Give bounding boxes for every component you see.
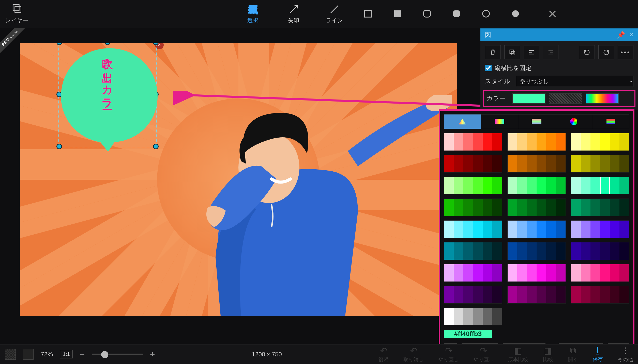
color-swatch[interactable]: [610, 177, 619, 194]
color-swatch[interactable]: [600, 242, 610, 260]
color-swatch[interactable]: [444, 199, 454, 216]
tool-arrow[interactable]: 矢印: [282, 3, 305, 24]
color-swatch[interactable]: [444, 264, 454, 282]
shape-circle-fill[interactable]: [508, 7, 523, 21]
color-swatch[interactable]: [546, 221, 556, 238]
panel-titlebar[interactable]: 図 📌 ×: [480, 28, 638, 41]
color-swatch[interactable]: [483, 308, 492, 325]
bottom-compare[interactable]: ◨比較: [543, 345, 553, 363]
color-swatch[interactable]: [610, 221, 619, 238]
color-swatch[interactable]: [527, 133, 537, 151]
color-swatch[interactable]: [537, 242, 546, 260]
action-more[interactable]: •••: [618, 45, 633, 59]
color-swatch[interactable]: [581, 155, 590, 172]
shape-roundrect-outline[interactable]: [420, 7, 434, 21]
color-swatch[interactable]: [444, 242, 454, 260]
color-swatch[interactable]: [473, 264, 483, 282]
color-swatch[interactable]: [610, 155, 619, 172]
color-swatch[interactable]: [517, 221, 527, 238]
color-swatch[interactable]: [571, 242, 581, 260]
color-swatch[interactable]: [571, 155, 581, 172]
color-swatch[interactable]: [546, 199, 556, 216]
color-swatch[interactable]: [581, 242, 590, 260]
color-swatch[interactable]: [492, 221, 502, 238]
color-swatch[interactable]: [473, 242, 483, 260]
color-swatch[interactable]: [454, 242, 463, 260]
color-swatch[interactable]: [473, 133, 483, 151]
bottom-more[interactable]: ⋮その他: [618, 345, 633, 363]
color-swatch[interactable]: [492, 199, 502, 216]
zoom-slider[interactable]: [92, 354, 143, 355]
color-swatch[interactable]: [600, 264, 610, 282]
color-swatch[interactable]: [463, 286, 473, 303]
color-swatch[interactable]: [454, 286, 463, 303]
color-swatch[interactable]: [473, 221, 483, 238]
color-swatch[interactable]: [473, 177, 483, 194]
color-swatch[interactable]: [508, 264, 517, 282]
color-swatch[interactable]: [537, 155, 546, 172]
color-swatch[interactable]: [527, 177, 537, 194]
color-swatch[interactable]: [508, 242, 517, 260]
color-swatch[interactable]: [517, 264, 527, 282]
color-swatch[interactable]: [527, 286, 537, 303]
shape-circle-outline[interactable]: [479, 7, 493, 21]
color-swatch[interactable]: [546, 264, 556, 282]
color-swatch[interactable]: [610, 286, 619, 303]
color-swatch-picker[interactable]: [586, 93, 619, 104]
lock-aspect-checkbox[interactable]: [485, 65, 492, 71]
color-swatch[interactable]: [590, 199, 600, 216]
shape-roundrect-fill[interactable]: [449, 7, 464, 21]
panel-close-icon[interactable]: ×: [630, 31, 633, 39]
color-swatch[interactable]: [600, 221, 610, 238]
color-swatch[interactable]: [537, 286, 546, 303]
color-swatch[interactable]: [444, 286, 454, 303]
color-swatch[interactable]: [444, 177, 454, 194]
color-swatch[interactable]: [463, 221, 473, 238]
color-swatch[interactable]: [492, 264, 502, 282]
color-swatch[interactable]: [581, 221, 590, 238]
color-swatch[interactable]: [546, 286, 556, 303]
color-swatch[interactable]: [473, 286, 483, 303]
color-swatch[interactable]: [527, 221, 537, 238]
color-swatch-none[interactable]: [549, 93, 582, 104]
color-swatch[interactable]: [590, 242, 600, 260]
color-swatch[interactable]: [473, 308, 483, 325]
layers-button[interactable]: レイヤー: [5, 3, 28, 24]
color-swatch[interactable]: [581, 177, 590, 194]
color-swatch[interactable]: [454, 177, 463, 194]
picker-tab-gradient2[interactable]: [518, 114, 555, 129]
color-swatch[interactable]: [444, 221, 454, 238]
action-delete[interactable]: [485, 45, 501, 59]
bottom-redo[interactable]: ↷やり直し: [438, 345, 459, 363]
color-swatch[interactable]: [517, 199, 527, 216]
color-swatch[interactable]: [483, 221, 492, 238]
color-swatch[interactable]: [444, 133, 454, 151]
color-swatch[interactable]: [508, 133, 517, 151]
color-swatch[interactable]: [483, 199, 492, 216]
color-swatch[interactable]: [463, 308, 473, 325]
color-swatch[interactable]: [463, 264, 473, 282]
color-swatch[interactable]: [454, 155, 463, 172]
picker-tab-gradient1[interactable]: [481, 114, 518, 129]
color-swatch[interactable]: [546, 155, 556, 172]
color-swatch[interactable]: [444, 308, 454, 325]
color-swatch[interactable]: [581, 264, 590, 282]
color-swatch[interactable]: [483, 286, 492, 303]
color-swatch[interactable]: [590, 264, 600, 282]
color-swatch[interactable]: [492, 155, 502, 172]
color-swatch[interactable]: [454, 199, 463, 216]
color-swatch[interactable]: [492, 133, 502, 151]
color-swatch[interactable]: [556, 286, 566, 303]
tool-select[interactable]: 選択: [241, 3, 264, 24]
bottom-redo2[interactable]: ↷やり直...: [474, 345, 493, 363]
color-swatch[interactable]: [556, 177, 566, 194]
color-swatch[interactable]: [546, 242, 556, 260]
picker-tab-sliders[interactable]: [592, 114, 629, 129]
color-swatch[interactable]: [590, 221, 600, 238]
action-duplicate[interactable]: [504, 45, 520, 59]
color-swatch[interactable]: [619, 133, 629, 151]
action-align-right[interactable]: [543, 45, 559, 59]
action-rotate-cw[interactable]: [598, 45, 614, 59]
color-swatch[interactable]: [537, 177, 546, 194]
color-swatch[interactable]: [590, 133, 600, 151]
